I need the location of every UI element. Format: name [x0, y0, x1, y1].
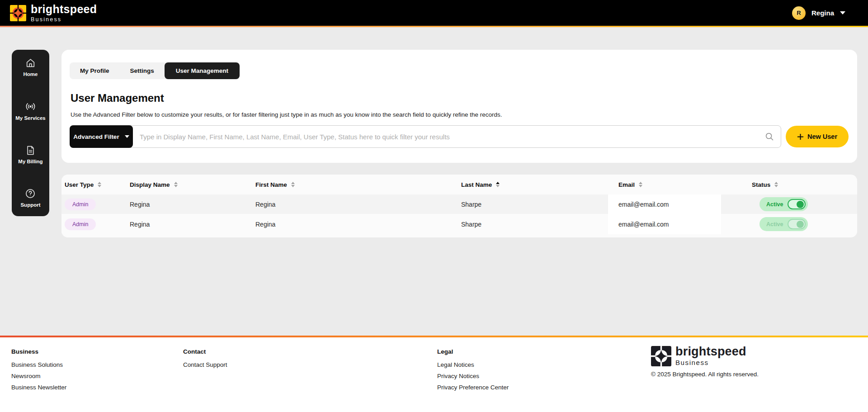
broadcast-icon	[24, 100, 37, 113]
column-header-first-name[interactable]: First Name	[255, 181, 461, 188]
footer-heading: Legal	[437, 348, 509, 355]
email-cell: email@email.com	[608, 214, 721, 234]
search-icon	[764, 132, 774, 143]
email-cell: email@email.com	[608, 194, 721, 214]
page-description: Use the Advanced Filter below to customi…	[71, 111, 849, 118]
tab-bar: My Profile Settings User Management	[70, 62, 240, 79]
column-header-status[interactable]: Status	[721, 181, 857, 188]
user-type-badge: Admin	[65, 199, 96, 210]
table-header-row: User Type Display Name First Name Last N…	[61, 175, 857, 194]
sidebar-item-label: Home	[24, 71, 38, 77]
table-row[interactable]: Admin Regina Regina Sharpe email@email.c…	[61, 214, 857, 234]
status-label: Active	[766, 201, 783, 208]
sort-icon	[774, 182, 778, 187]
column-header-email[interactable]: Email	[608, 181, 721, 188]
search-input[interactable]	[70, 125, 781, 148]
column-header-user-type[interactable]: User Type	[61, 181, 130, 188]
sort-icon	[98, 182, 101, 187]
brightspeed-logo-icon	[651, 346, 671, 366]
display-name-cell: Regina	[130, 221, 255, 228]
avatar[interactable]: R	[792, 6, 806, 20]
display-name-cell: Regina	[130, 201, 255, 208]
tab-my-profile[interactable]: My Profile	[70, 62, 120, 79]
advanced-filter-label: Advanced Filter	[73, 133, 119, 140]
top-header: brightspeed Business R Regina	[0, 0, 868, 26]
sort-icon	[174, 182, 178, 187]
sidebar-item-label: Support	[20, 202, 40, 208]
column-header-last-name[interactable]: Last Name	[461, 181, 608, 188]
sidebar-item-my-services[interactable]: My Services	[15, 100, 46, 121]
advanced-filter-button[interactable]: Advanced Filter	[70, 125, 133, 148]
brightspeed-logo-icon	[10, 5, 26, 21]
sort-icon	[291, 182, 295, 187]
toggle-switch-icon	[788, 219, 806, 229]
footer-column-legal: Legal Legal Notices Privacy Notices Priv…	[437, 348, 509, 393]
new-user-button[interactable]: New User	[786, 126, 849, 147]
first-name-cell: Regina	[255, 201, 461, 208]
last-name-cell: Sharpe	[461, 221, 608, 228]
status-label: Active	[766, 221, 783, 227]
page-title: User Management	[71, 92, 849, 104]
brand-subtitle: Business	[31, 16, 97, 23]
user-menu[interactable]: R Regina	[792, 6, 845, 20]
footer-brand-subtitle: Business	[675, 359, 746, 366]
filter-row: Advanced Filter New User	[70, 125, 849, 148]
footer-column-contact: Contact Contact Support	[183, 348, 227, 370]
status-toggle[interactable]: Active	[760, 197, 808, 211]
footer-link-privacy-preference-center[interactable]: Privacy Preference Center	[437, 382, 509, 393]
footer-column-business: Business Business Solutions Newsroom Bus…	[11, 348, 66, 393]
chevron-down-icon	[840, 11, 845, 14]
user-table: User Type Display Name First Name Last N…	[61, 175, 857, 237]
footer-link-contact-support[interactable]: Contact Support	[183, 359, 227, 370]
last-name-cell: Sharpe	[461, 201, 608, 208]
copyright-text: © 2025 Brightspeed. All rights reserved.	[651, 371, 759, 378]
first-name-cell: Regina	[255, 221, 461, 228]
tab-user-management[interactable]: User Management	[165, 62, 240, 79]
new-user-label: New User	[807, 133, 837, 140]
sidebar-item-label: My Services	[15, 115, 46, 121]
footer-brand: brightspeed Business © 2025 Brightspeed.…	[651, 346, 759, 378]
header-accent-line	[0, 26, 868, 27]
question-circle-icon	[24, 188, 36, 199]
main-card: My Profile Settings User Management User…	[61, 50, 857, 163]
footer: Business Business Solutions Newsroom Bus…	[0, 337, 868, 412]
sidebar-item-my-billing[interactable]: My Billing	[18, 145, 42, 164]
sort-icon-ascending-active	[496, 182, 500, 187]
user-type-badge: Admin	[65, 218, 96, 230]
sidebar-item-home[interactable]: Home	[24, 57, 38, 77]
footer-brand-name: brightspeed	[675, 346, 746, 358]
column-header-display-name[interactable]: Display Name	[130, 181, 255, 188]
status-toggle[interactable]: Active	[760, 217, 808, 231]
document-icon	[25, 145, 36, 156]
sidebar-item-support[interactable]: Support	[20, 188, 40, 208]
footer-link-newsroom[interactable]: Newsroom	[11, 370, 66, 382]
plus-icon	[797, 133, 804, 140]
footer-link-business-solutions[interactable]: Business Solutions	[11, 359, 66, 370]
toggle-switch-icon	[788, 199, 806, 209]
sidebar-item-label: My Billing	[18, 159, 42, 164]
home-icon	[25, 57, 36, 69]
brand-name: brightspeed	[31, 4, 97, 15]
chevron-down-icon	[125, 135, 129, 138]
table-row[interactable]: Admin Regina Regina Sharpe email@email.c…	[61, 194, 857, 214]
tab-settings[interactable]: Settings	[120, 62, 165, 79]
footer-link-legal-notices[interactable]: Legal Notices	[437, 359, 509, 370]
search-wrap: Advanced Filter	[70, 125, 781, 148]
sidebar: Home My Services My Billing Support	[12, 50, 49, 216]
sort-icon	[639, 182, 642, 187]
user-name: Regina	[811, 9, 834, 17]
footer-heading: Contact	[183, 348, 227, 355]
footer-link-business-newsletter[interactable]: Business Newsletter	[11, 382, 66, 393]
footer-link-privacy-notices[interactable]: Privacy Notices	[437, 370, 509, 382]
footer-heading: Business	[11, 348, 66, 355]
brand-logo: brightspeed Business	[10, 4, 97, 23]
